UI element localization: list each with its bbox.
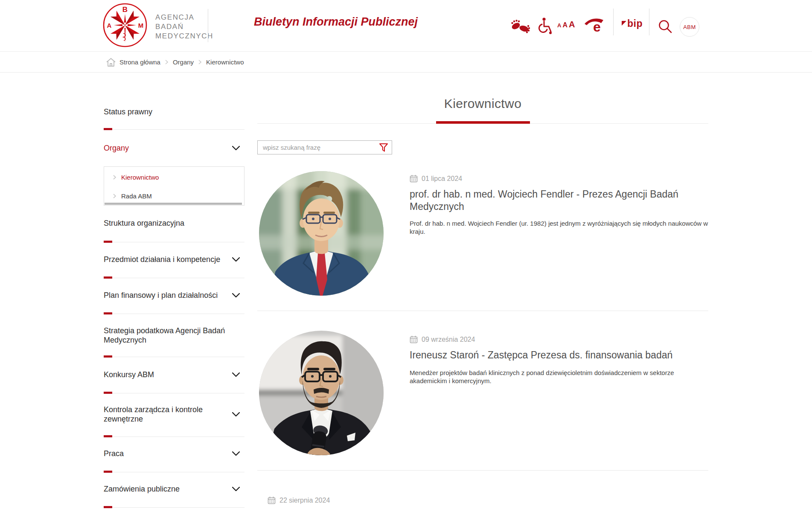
wheelchair-icon[interactable] (537, 17, 553, 35)
sidebar-separator (104, 276, 244, 279)
sidebar-item-status-prawny[interactable]: Status prawny (104, 107, 232, 116)
sidebar-separator (104, 355, 244, 358)
chevron-right-icon (113, 175, 116, 180)
chevron-right-icon (113, 194, 116, 198)
site-title: Biuletyn Informacji Publicznej (254, 15, 418, 29)
org-name: AGENCJA BADAŃ MEDYCZNYCH (155, 13, 213, 41)
search-icon[interactable] (658, 19, 674, 35)
breadcrumb: Strona główna Organy Kierownictwo (0, 52, 812, 73)
filter-icon[interactable] (379, 143, 388, 152)
sidebar-item-zamowienia[interactable]: Zamówienia publiczne (104, 484, 232, 494)
tools-divider (613, 9, 614, 35)
sidebar-separator (104, 435, 244, 438)
page-title: Kierownictwo (257, 96, 708, 111)
bip-logo[interactable]: bip (621, 18, 643, 29)
title-accent-bar (436, 121, 530, 124)
svg-text:A: A (107, 22, 112, 29)
article-date: 09 września 2024 (410, 335, 475, 343)
article-date-text: 09 września 2024 (422, 336, 475, 343)
sidebar: Status prawny Organy Kierownictwo Rada A… (104, 73, 244, 512)
tools-divider (649, 9, 649, 35)
breadcrumb-item-current: Kierownictwo (206, 58, 244, 66)
article-date-text: 01 lipca 2024 (422, 175, 462, 183)
breadcrumb-separator-icon (198, 60, 201, 64)
font-size-switcher[interactable]: A A A (557, 20, 575, 29)
sidebar-separator (104, 392, 244, 394)
header: B A M AGENCJA BADAŃ MEDYCZNYCH Biuletyn … (0, 0, 812, 52)
article-title-link[interactable]: prof. dr hab. n med. Wojciech Fendler - … (410, 188, 696, 213)
font-size-a-small[interactable]: A (557, 22, 561, 29)
sidebar-separator (104, 471, 244, 473)
bip-label: bip (627, 18, 643, 29)
svg-text:M: M (138, 22, 144, 29)
sidebar-item-struktura[interactable]: Struktura organizacyjna (104, 218, 232, 228)
sidebar-item-praca[interactable]: Praca (104, 449, 232, 458)
calendar-icon (410, 175, 418, 183)
org-name-line: MEDYCZNYCH (155, 32, 213, 41)
submenu-scrollbar[interactable] (105, 203, 242, 205)
chevron-down-icon[interactable] (232, 293, 240, 298)
calendar-icon (410, 335, 418, 343)
article-date: 22 sierpnia 2024 (268, 496, 330, 504)
portrait-photo-ireneusz-staron[interactable] (259, 331, 384, 455)
chevron-down-icon[interactable] (232, 412, 240, 417)
home-icon[interactable] (106, 58, 116, 67)
font-size-a-medium[interactable]: A (562, 21, 568, 29)
chevron-down-icon[interactable] (232, 257, 240, 262)
abm-badge-label: ABM (683, 24, 696, 30)
chevron-down-icon[interactable] (232, 146, 240, 151)
chevron-down-icon[interactable] (232, 372, 240, 377)
calendar-icon (268, 496, 276, 504)
sidebar-separator (104, 506, 244, 509)
sidebar-item-przedmiot[interactable]: Przedmiot działania i kompetencje (104, 255, 232, 264)
article-excerpt: Menedżer projektów badań klinicznych z p… (410, 369, 687, 385)
font-size-a-large[interactable]: A (569, 20, 575, 29)
breadcrumb-separator-icon (165, 60, 168, 64)
sidebar-item-konkursy-abm[interactable]: Konkursy ABM (104, 370, 232, 379)
chevron-down-icon[interactable] (232, 451, 240, 456)
svg-text:B: B (122, 6, 128, 14)
sidebar-item-kontrola[interactable]: Kontrola zarządcza i kontrole zewnętrzne (104, 405, 225, 424)
abm-logo-icon[interactable]: B A M (102, 3, 148, 48)
page: B A M AGENCJA BADAŃ MEDYCZNYCH Biuletyn … (0, 0, 812, 512)
submenu-item-kierownictwo[interactable]: Kierownictwo (104, 171, 244, 183)
article-title-link[interactable]: Ireneusz Staroń - Zastępca Prezesa ds. f… (410, 349, 708, 361)
breadcrumb-item-home[interactable]: Strona główna (119, 58, 160, 66)
breadcrumb-item-organy[interactable]: Organy (173, 58, 194, 66)
sidebar-item-plan-finansowy[interactable]: Plan finansowy i plan działalności (104, 291, 232, 300)
article-separator (257, 470, 708, 471)
submenu-item-rada-abm[interactable]: Rada ABM (104, 190, 244, 202)
sidebar-separator (104, 128, 244, 131)
search-input[interactable] (257, 140, 392, 154)
svg-text:e: e (593, 19, 601, 34)
sign-language-icon[interactable] (510, 19, 531, 34)
article-search (257, 140, 392, 154)
sidebar-item-strategia-podatkowa[interactable]: Strategia podatkowa Agencji Badań Medycz… (104, 326, 232, 345)
org-name-line: BADAŃ (155, 22, 213, 32)
sidebar-submenu-organy: Kierownictwo Rada ABM (104, 166, 244, 206)
chevron-down-icon[interactable] (232, 487, 240, 492)
article-separator (257, 311, 708, 311)
portrait-photo-wojciech-fendler[interactable] (259, 171, 384, 296)
sidebar-separator (104, 312, 244, 315)
sidebar-item-organy[interactable]: Organy (104, 143, 232, 153)
article-date-text: 22 sierpnia 2024 (279, 497, 330, 504)
sidebar-separator (104, 241, 244, 243)
article-date: 01 lipca 2024 (410, 175, 462, 183)
bip-arrow-icon (621, 20, 627, 26)
header-divider (208, 9, 208, 42)
abm-account-badge[interactable]: ABM (680, 17, 699, 37)
org-name-line: AGENCJA (155, 13, 213, 22)
article-excerpt: Prof. dr hab. n med. Wojciech Fendler (u… (410, 219, 708, 236)
